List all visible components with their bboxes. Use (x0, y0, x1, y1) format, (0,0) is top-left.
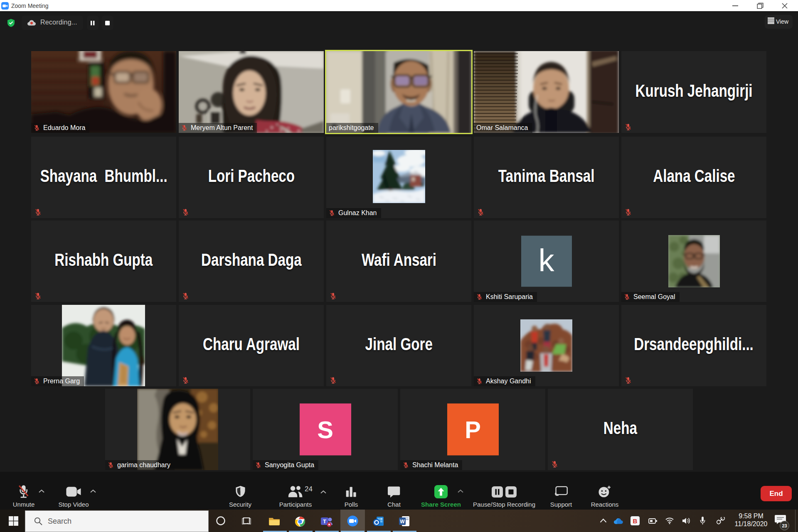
svg-text:W: W (400, 519, 405, 525)
svg-text:T: T (323, 518, 326, 525)
